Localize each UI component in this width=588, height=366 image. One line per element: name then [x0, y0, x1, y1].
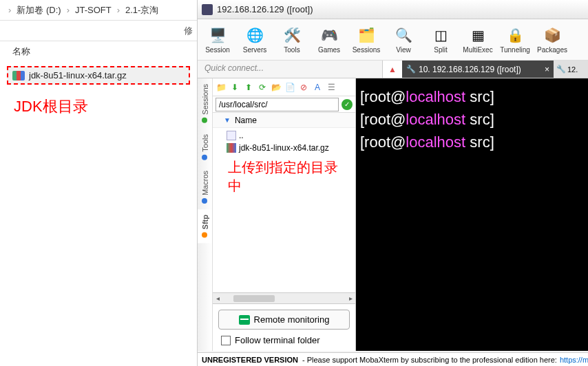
file-row-jdk[interactable]: jdk-8u51-linux-x64.tar.gz [7, 66, 190, 85]
unregistered-label: UNREGISTERED VERSION [202, 356, 298, 364]
scroll-right-icon[interactable]: ▸ [346, 294, 355, 302]
archive-icon [227, 143, 236, 153]
side-tab-tools[interactable]: Tools [198, 129, 212, 166]
annotation-jdk-root: JDK根目录 [14, 96, 88, 117]
multiexec-button[interactable]: ▦MultiExec [459, 22, 496, 58]
side-tabs: Sessions Tools Macros Sftp [198, 78, 213, 351]
follow-terminal-checkbox[interactable]: Follow terminal folder [218, 330, 350, 345]
close-icon[interactable]: × [545, 65, 549, 74]
toolbar-label: Split [434, 46, 447, 54]
main-toolbar: 🖥️Session🌐Servers🛠️Tools🎮Games🗂️Sessions… [198, 19, 588, 61]
sftp-file-list: .. jdk-8u51-linux-x64.tar.gz 上传到指定的目录中 [213, 128, 355, 292]
sftp-path-row: ✓ [213, 96, 355, 113]
scroll-thumb[interactable] [233, 295, 275, 302]
sftp-column-header[interactable]: ▼ Name [213, 113, 355, 128]
sftp-name-header: Name [235, 116, 257, 125]
annotation-upload-target: 上传到指定的目录中 [227, 154, 342, 200]
breadcrumb[interactable]: › 新加卷 (D:) › JT-SOFT › 2.1-京淘 [0, 0, 197, 21]
sftp-panel: Sessions Tools Macros Sftp 📁 ⬇ ⬆ ⟳ 📂 📄 ⊘… [198, 78, 356, 351]
tunneling-button[interactable]: 🔒Tunneling [496, 22, 534, 58]
breadcrumb-item[interactable]: JT-SOFT [75, 5, 112, 15]
terminal[interactable]: [root@localhost src][root@localhost src]… [356, 78, 588, 351]
folder-up-icon[interactable]: 📁 [216, 82, 227, 93]
remote-monitoring-button[interactable]: Remote monitoring [218, 310, 350, 330]
toolbar-label: Sessions [353, 46, 381, 54]
tools-icon: 🛠️ [282, 25, 302, 45]
toolbar-label: Games [318, 46, 340, 54]
sftp-path-input[interactable] [216, 98, 339, 111]
session-tab-active[interactable]: 🔧 10. 192.168.126.129 ([root]) × [402, 61, 554, 78]
dot-icon [202, 118, 208, 123]
properties-icon[interactable]: A [312, 82, 323, 93]
session-tab-inactive[interactable]: 🔧 12. [554, 61, 588, 78]
quick-connect-input[interactable]: Quick connect... [198, 61, 383, 78]
download-icon[interactable]: ⬇ [229, 82, 240, 93]
sftp-body: 📁 ⬇ ⬆ ⟳ 📂 📄 ⊘ A ☰ ✓ ▼ Name [213, 78, 355, 351]
view-button[interactable]: 🔍View [385, 22, 422, 58]
tools-button[interactable]: 🛠️Tools [273, 22, 311, 58]
games-button[interactable]: 🎮Games [311, 22, 348, 58]
file-name: jdk-8u51-linux-x64.tar.gz [29, 70, 127, 80]
column-name-header[interactable]: 名称 [0, 41, 197, 62]
footer-text: - Please support MobaXterm by subscribin… [302, 356, 557, 364]
workspace: Sessions Tools Macros Sftp 📁 ⬇ ⬆ ⟳ 📂 📄 ⊘… [198, 78, 588, 351]
side-tab-sessions[interactable]: Sessions [198, 78, 212, 129]
tunneling-icon: 🔒 [505, 25, 525, 45]
tab-label: 10. 192.168.126.129 ([root]) [419, 65, 521, 74]
chevron-right-icon: › [117, 5, 120, 15]
monitor-icon [239, 315, 250, 325]
packages-button[interactable]: 📦Packages [534, 22, 571, 58]
chevron-right-icon: › [67, 5, 70, 15]
new-folder-icon[interactable]: 📂 [271, 82, 282, 93]
wrench-icon: 🔧 [556, 65, 566, 74]
delete-icon[interactable]: ⊘ [298, 82, 309, 93]
toolbar-label: Servers [243, 46, 266, 54]
settings-icon[interactable]: ☰ [326, 82, 337, 93]
sftp-file-name: jdk-8u51-linux-x64.tar.gz [239, 143, 329, 153]
dot-icon [202, 198, 208, 204]
new-file-icon[interactable]: 📄 [284, 82, 295, 93]
sessions-button[interactable]: 🗂️Sessions [348, 22, 385, 58]
session-icon: 🖥️ [208, 25, 227, 45]
split-icon: ◫ [431, 25, 450, 45]
home-tab[interactable]: ▲ [383, 61, 402, 78]
servers-icon: 🌐 [245, 25, 264, 45]
remote-monitoring-label: Remote monitoring [254, 314, 330, 325]
dot-icon [202, 233, 208, 238]
home-icon: ▲ [388, 65, 397, 74]
check-icon: ✓ [342, 99, 353, 110]
servers-button[interactable]: 🌐Servers [236, 22, 273, 58]
sftp-up-label: .. [239, 131, 244, 140]
tab-label: 12. [567, 65, 578, 74]
upload-icon[interactable]: ⬆ [243, 82, 254, 93]
toolbar-label: Session [205, 46, 230, 54]
footer-link[interactable]: https://mob [560, 356, 588, 364]
dot-icon [202, 154, 208, 160]
split-button[interactable]: ◫Split [422, 22, 459, 58]
toolbar-label: MultiExec [463, 46, 492, 54]
sessions-icon: 🗂️ [357, 25, 376, 45]
sort-arrow-icon: ▼ [224, 116, 231, 124]
app-icon [202, 4, 213, 15]
sftp-footer: Remote monitoring Follow terminal folder [213, 303, 355, 351]
breadcrumb-item[interactable]: 新加卷 (D:) [17, 4, 61, 17]
side-tab-macros[interactable]: Macros [198, 165, 212, 209]
sftp-up-row[interactable]: .. [227, 129, 342, 142]
mobaxterm-window: 192.168.126.129 ([root]) 🖥️Session🌐Serve… [198, 0, 588, 366]
toolbar-label: View [396, 46, 411, 54]
follow-label: Follow terminal folder [235, 335, 320, 345]
session-button[interactable]: 🖥️Session [199, 22, 236, 58]
toolbar-label: Packages [537, 46, 567, 54]
checkbox-icon[interactable] [221, 336, 231, 345]
view-icon: 🔍 [394, 25, 413, 45]
wrench-icon: 🔧 [406, 65, 416, 74]
scroll-left-icon[interactable]: ◂ [213, 294, 222, 302]
archive-icon [12, 71, 25, 80]
titlebar: 192.168.126.129 ([root]) [198, 0, 588, 19]
column-modified-header[interactable]: 修 [0, 21, 197, 41]
side-tab-sftp[interactable]: Sftp [198, 209, 212, 243]
sftp-file-row[interactable]: jdk-8u51-linux-x64.tar.gz [227, 142, 342, 154]
breadcrumb-item[interactable]: 2.1-京淘 [125, 4, 158, 17]
sftp-scrollbar[interactable]: ◂ ▸ [213, 292, 355, 303]
refresh-icon[interactable]: ⟳ [257, 82, 268, 93]
